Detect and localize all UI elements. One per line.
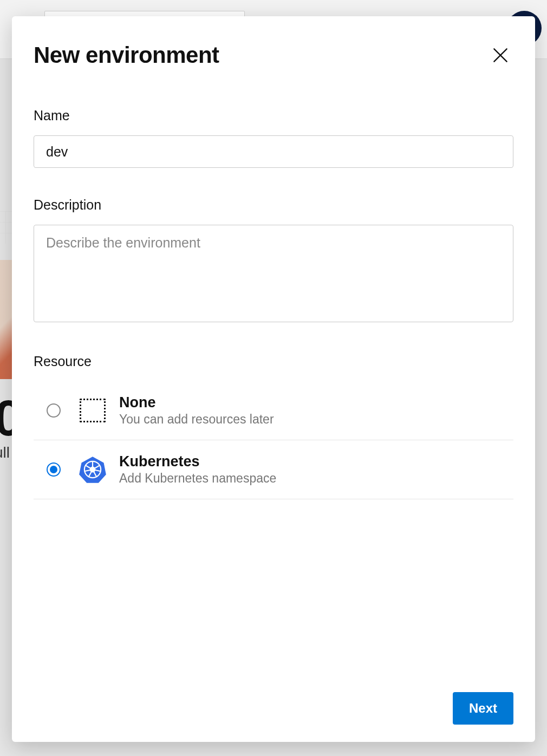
modal-footer: Next <box>34 692 513 725</box>
kubernetes-icon <box>78 455 107 484</box>
radio-kubernetes[interactable] <box>47 462 61 477</box>
resource-option-kubernetes[interactable]: Kubernetes Add Kubernetes namespace <box>34 440 513 499</box>
close-button[interactable] <box>487 42 513 70</box>
description-textarea[interactable] <box>34 225 513 322</box>
resource-title: Kubernetes <box>119 453 276 470</box>
description-field-group: Description <box>34 197 513 324</box>
name-label: Name <box>34 108 513 123</box>
none-icon <box>78 396 107 425</box>
radio-none[interactable] <box>47 403 61 418</box>
resource-subtitle: You can add resources later <box>119 412 274 427</box>
next-button[interactable]: Next <box>453 692 513 725</box>
close-icon <box>490 44 511 66</box>
resource-list: None You can add resources later <box>34 381 513 499</box>
name-field-group: Name <box>34 108 513 168</box>
name-input[interactable] <box>34 135 513 168</box>
resource-field-group: Resource None You can add resources late… <box>34 354 513 499</box>
description-label: Description <box>34 197 513 213</box>
modal-title: New environment <box>34 42 219 68</box>
resource-title: None <box>119 394 274 411</box>
new-environment-modal: New environment Name Description Resourc… <box>12 16 535 742</box>
environment-form: Name Description Resource None You can a… <box>34 108 513 692</box>
resource-option-none[interactable]: None You can add resources later <box>34 381 513 440</box>
resource-text: None You can add resources later <box>119 394 274 427</box>
resource-subtitle: Add Kubernetes namespace <box>119 471 276 486</box>
resource-label: Resource <box>34 354 513 369</box>
resource-text: Kubernetes Add Kubernetes namespace <box>119 453 276 486</box>
modal-header: New environment <box>34 42 513 70</box>
bg-text-fragment: ull <box>0 444 10 461</box>
